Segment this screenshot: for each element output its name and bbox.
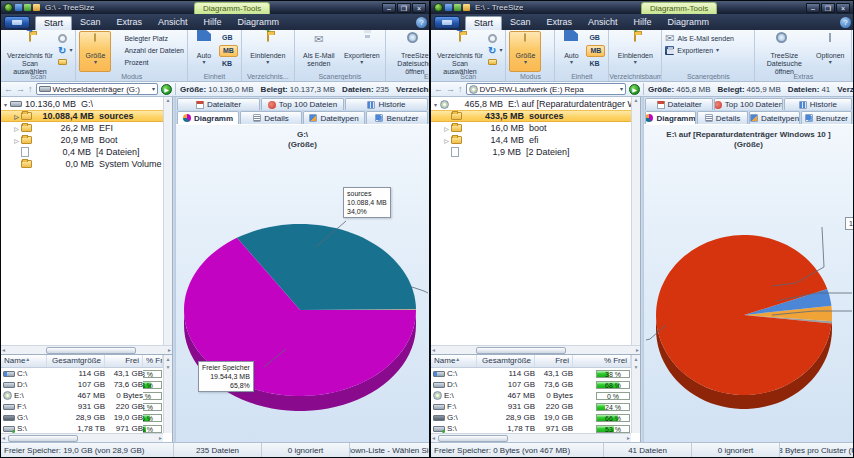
show-tree-button[interactable]: Einblenden ▾ (612, 31, 658, 72)
drive-row[interactable]: F:\ 931 GB 220 GB 24 % (1, 401, 163, 412)
ribbon-tab[interactable]: Start (465, 16, 502, 30)
drive-row[interactable]: G:\ 28,9 GB 19,0 GB 66 % (431, 412, 631, 423)
size-mode-button[interactable]: Größe ▾ (79, 31, 111, 72)
result-tab[interactable]: Dateialter (645, 98, 713, 110)
result-tab[interactable]: Top 100 Dateien (714, 98, 782, 110)
expander-icon[interactable]: ▷ (12, 125, 21, 132)
ribbon-tab[interactable]: Scan (502, 16, 539, 30)
title-bar[interactable]: E:\ - TreeSize Diagramm-Tools – ❐ × (431, 1, 853, 14)
tree-item[interactable]: 433,5 MB sources (431, 110, 640, 122)
back-icon[interactable]: ← (4, 84, 13, 95)
table-vertical-scrollbar[interactable]: ▲▼ (163, 355, 172, 433)
ribbon-tab[interactable]: Hilfe (626, 16, 660, 30)
expander-icon[interactable]: ▷ (442, 125, 451, 132)
minimize-button[interactable]: – (382, 3, 396, 13)
header-name[interactable]: Name (434, 356, 455, 365)
stop-scan-button[interactable] (58, 33, 72, 43)
table-vertical-scrollbar[interactable]: ▲▼ (631, 355, 640, 433)
send-email-button[interactable]: ✉Als E-Mail senden (665, 33, 751, 43)
tree-item[interactable]: ▷ 14,4 MB efi (431, 134, 640, 146)
table-horizontal-scrollbar[interactable]: ◄► (431, 433, 631, 442)
unit-gb-button[interactable]: GB (586, 33, 605, 43)
tree-root-row[interactable]: ▾ 10.136,0 MB G:\ (1, 98, 172, 110)
result-tab[interactable]: Benutzer (366, 111, 428, 124)
show-tree-button[interactable]: Einblenden ▾ (245, 31, 291, 72)
result-tab[interactable]: Historie (784, 98, 852, 110)
mode-option[interactable]: Anzahl der Dateien (543, 45, 551, 55)
drive-row[interactable]: F:\ 931 GB 220 GB 24 % (431, 401, 631, 412)
mode-option[interactable]: Prozent (113, 57, 184, 67)
unit-kb-button[interactable]: KB (586, 59, 605, 69)
unit-kb-button[interactable]: KB (219, 59, 238, 69)
ribbon-tab[interactable]: Diagramm (660, 16, 718, 30)
stop-scan-button[interactable] (488, 33, 502, 43)
result-tab[interactable]: Diagramm (645, 111, 696, 124)
quick-access-open-icon[interactable] (445, 4, 452, 11)
result-tab[interactable]: Top 100 Dateien (261, 98, 344, 110)
forward-icon[interactable]: → (446, 84, 455, 95)
drive-row[interactable]: G:\ 28,9 GB 19,0 GB 66 % (1, 412, 163, 423)
result-tab[interactable]: Diagramm (177, 111, 239, 124)
drive-row[interactable]: E:\ 467 MB 0 Bytes 0 % (431, 390, 631, 401)
maximize-button[interactable]: ❐ (821, 3, 835, 13)
quick-access-refresh-icon[interactable] (24, 4, 31, 11)
drive-row[interactable]: C:\ 114 GB 43,1 GB 38 % (1, 368, 163, 379)
tree-item[interactable]: ▷ 10.088,4 MB sources (1, 110, 172, 122)
mode-option[interactable]: Belegter Platz (543, 33, 551, 43)
close-button[interactable]: × (412, 3, 426, 13)
tree-item[interactable]: ▷ 16,0 MB boot (431, 122, 640, 134)
expander-icon[interactable]: ▷ (12, 113, 21, 120)
tree-vertical-scrollbar[interactable]: ▲ (631, 97, 640, 345)
contextual-tab-header[interactable]: Diagramm-Tools (641, 2, 717, 14)
header-pct-free[interactable]: % Frei (573, 355, 631, 367)
drive-row[interactable]: C:\ 114 GB 43,1 GB 38 % (431, 368, 631, 379)
export-button[interactable]: Exportieren ▾ (342, 31, 382, 72)
drive-table-header[interactable]: Name▲ Gesamtgröße Frei % Frei (1, 355, 172, 368)
application-menu-button[interactable] (4, 16, 30, 29)
tree-item[interactable]: 0,4 MB [4 Dateien] (1, 146, 172, 158)
tree-item[interactable]: ▷ 20,9 MB Boot (1, 134, 172, 146)
send-email-button[interactable]: ✉ Als E-Mail senden (298, 31, 340, 72)
header-free[interactable]: Frei (105, 355, 143, 367)
header-name[interactable]: Name (4, 356, 25, 365)
result-tab[interactable]: Details (240, 111, 302, 124)
drive-dropdown[interactable]: DVD-RW-Laufwerk (E:) Repa ▾ (466, 83, 627, 95)
auto-unit-button[interactable]: Auto ▾ (191, 31, 217, 72)
tree-item[interactable]: 0,0 MB System Volume Information (1, 158, 172, 170)
minimize-button[interactable]: – (806, 3, 820, 13)
select-scan-directory-button[interactable]: Verzeichnis für Scan auswählen (434, 31, 486, 72)
tree-item[interactable]: 1,9 MB [2 Dateien] (431, 146, 640, 158)
expander-icon[interactable]: ▷ (442, 137, 451, 144)
ribbon-tab[interactable]: Diagramm (230, 16, 288, 30)
title-bar[interactable]: G:\ - TreeSize Diagramm-Tools – ❐ × (1, 1, 429, 14)
back-icon[interactable]: ← (434, 84, 443, 95)
ribbon-tab[interactable]: Hilfe (196, 16, 230, 30)
header-total[interactable]: Gesamtgröße (47, 355, 105, 367)
help-icon[interactable]: ? (416, 17, 427, 28)
tree-horizontal-scrollbar[interactable]: ◄► (1, 345, 172, 354)
header-total[interactable]: Gesamtgröße (477, 355, 535, 367)
pie-chart[interactable] (644, 125, 853, 442)
rescan-button[interactable] (488, 57, 502, 67)
size-mode-button[interactable]: Größe ▾ (509, 31, 541, 72)
drive-table-header[interactable]: Name▲ Gesamtgröße Frei % Frei (431, 355, 640, 368)
file-search-button[interactable]: TreeSize Dateisuche öffnen (758, 31, 810, 72)
up-icon[interactable]: ↑ (28, 84, 33, 95)
ribbon-tab[interactable]: Start (35, 16, 72, 30)
pie-chart[interactable] (176, 125, 429, 442)
mode-option[interactable]: Prozent (543, 57, 551, 67)
refresh-scan-button[interactable]: ↻▾ (488, 45, 502, 55)
quick-access-open-icon[interactable] (15, 4, 22, 11)
export-button[interactable]: Exportieren▾ (665, 45, 751, 55)
tree-root-row[interactable]: ▾ 465,8 MB E:\ auf [Reparaturdatenträger… (431, 98, 640, 110)
drive-row[interactable]: E:\ 467 MB 0 Bytes 0 % (1, 390, 163, 401)
forward-icon[interactable]: → (16, 84, 25, 95)
unit-gb-button[interactable]: GB (219, 33, 238, 43)
expander-icon[interactable]: ▷ (12, 137, 21, 144)
unit-mb-button[interactable]: MB (219, 45, 238, 57)
start-scan-icon[interactable]: ▶ (161, 84, 172, 95)
header-free[interactable]: Frei (535, 355, 573, 367)
up-icon[interactable]: ↑ (458, 84, 463, 95)
ribbon-tab[interactable]: Extras (109, 16, 151, 30)
tree-vertical-scrollbar[interactable]: ▲ (163, 97, 172, 345)
